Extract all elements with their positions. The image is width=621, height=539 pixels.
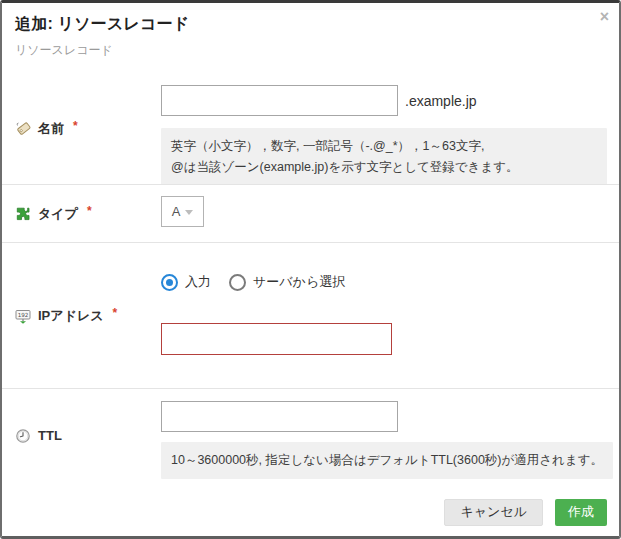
cancel-button[interactable]: キャンセル [444,499,543,526]
dialog-footer: キャンセル 作成 [2,482,619,536]
ip-address-input[interactable] [161,323,392,355]
form-row-ttl: TTL 10～3600000秒, 指定しない場合はデフォルトTTL(3600秒)… [2,388,619,482]
ip-source-radio-group: 入力 サーバから選択 [161,273,607,291]
ttl-label-group: TTL [2,389,161,482]
dialog-title: 追加: リソースレコード [15,14,605,35]
type-selected-value: A [172,204,181,219]
name-required-marker: * [73,119,78,133]
radio-unselected-icon[interactable] [229,274,246,291]
radio-server-label: サーバから選択 [253,273,345,291]
ttl-field-label: TTL [38,428,62,443]
ip-label-group: 192 IPアドレス * [2,243,161,388]
form-row-ip: 192 IPアドレス * 入力 サーバから選択 [2,242,619,388]
ttl-input[interactable] [161,401,398,432]
puzzle-icon [15,206,31,222]
radio-input-label: 入力 [185,273,211,291]
clock-icon [15,428,31,444]
ip-icon-text: 192 [18,312,29,318]
name-input-row: .example.jp [161,85,607,116]
dialog-subtitle: リソースレコード [15,42,605,59]
type-field-label: タイプ [38,205,78,223]
zone-suffix-label: .example.jp [405,93,477,109]
ttl-field-area: 10～3600000秒, 指定しない場合はデフォルトTTL(3600秒)が適用さ… [161,389,621,482]
ip-field-area: 入力 サーバから選択 [161,243,619,388]
ip-field-label: IPアドレス [38,307,104,325]
name-label-group: 名前 * [2,73,161,184]
form-row-type: タイプ * A [2,184,619,242]
type-required-marker: * [87,204,92,218]
ip-address-icon: 192 [15,308,31,324]
name-input[interactable] [161,85,398,116]
name-field-label: 名前 [38,120,64,138]
dialog-header: 追加: リソースレコード リソースレコード × [2,3,619,73]
name-help-line2: @は当該ゾーン(example.jp)を示す文字として登録できます。 [171,157,597,178]
form-row-name: 名前 * .example.jp 英字（小文字），数字, 一部記号（-.@_*）… [2,73,619,184]
radio-option-select-from-server[interactable]: サーバから選択 [229,273,345,291]
radio-option-input[interactable]: 入力 [161,273,211,291]
close-icon[interactable]: × [600,9,609,25]
name-help-line1: 英字（小文字），数字, 一部記号（-.@_*），1～63文字, [171,136,597,157]
add-resource-record-dialog: 追加: リソースレコード リソースレコード × 名前 * .example.jp [0,0,621,539]
ttl-help-text: 10～3600000秒, 指定しない場合はデフォルトTTL(3600秒)が適用さ… [171,450,603,471]
tag-icon [15,121,31,137]
type-select[interactable]: A [161,196,204,227]
chevron-down-icon [185,210,193,215]
name-field-area: .example.jp 英字（小文字），数字, 一部記号（-.@_*），1～63… [161,73,619,184]
type-field-area: A [161,185,619,242]
ip-required-marker: * [113,306,118,320]
name-help-box: 英字（小文字），数字, 一部記号（-.@_*），1～63文字, @は当該ゾーン(… [161,128,607,185]
create-button[interactable]: 作成 [555,499,607,526]
radio-selected-icon[interactable] [161,274,178,291]
ttl-help-box: 10～3600000秒, 指定しない場合はデフォルトTTL(3600秒)が適用さ… [161,442,613,479]
type-label-group: タイプ * [2,185,161,242]
